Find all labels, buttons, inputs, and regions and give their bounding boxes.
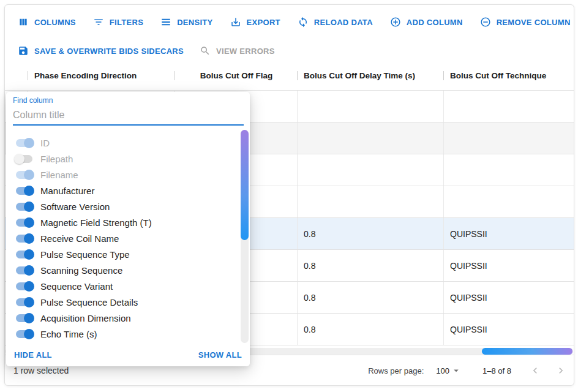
toggle-switch[interactable] (16, 235, 32, 243)
toggle-thumb (24, 329, 34, 339)
partial-column-header (5, 61, 28, 90)
column-toggle-list: IDFilepathFilenameManufacturerSoftware V… (6, 130, 241, 343)
page-range-text: 1–8 of 8 (482, 366, 511, 375)
panel-scrollbar-thumb[interactable] (241, 130, 249, 240)
toggle-thumb (24, 202, 34, 212)
grid-cell[interactable] (444, 186, 574, 217)
column-search-input[interactable] (13, 107, 244, 126)
filters-button[interactable]: FILTERS (93, 17, 143, 28)
column-header-title: Phase Encoding Direction (34, 71, 137, 80)
column-toggle-label: Manufacturer (40, 186, 94, 196)
toggle-switch[interactable] (16, 187, 32, 195)
toggle-thumb (14, 154, 24, 164)
column-toggle-receive-coil-name[interactable]: Receive Coil Name (13, 230, 241, 246)
reload-icon (298, 17, 309, 28)
horizontal-scrollbar-thumb[interactable] (482, 348, 572, 355)
grid-cell[interactable]: 0.8 (298, 250, 444, 281)
reload-data-button[interactable]: RELOAD DATA (298, 17, 373, 28)
column-toggle-scanning-sequence[interactable]: Scanning Sequence (13, 262, 241, 278)
add-column-button[interactable]: ADD COLUMN (390, 17, 463, 28)
grid-cell[interactable]: QUIPSSII (444, 218, 574, 249)
remove-column-button[interactable]: REMOVE COLUMN (480, 17, 571, 28)
column-toggle-label: Magnetic Field Strength (T) (40, 217, 152, 228)
toggle-switch[interactable] (16, 251, 32, 258)
toggle-switch[interactable] (16, 266, 32, 274)
column-toggle-pulse-sequence-type[interactable]: Pulse Sequence Type (13, 246, 241, 262)
toggle-switch[interactable] (16, 298, 32, 306)
grid-cell[interactable]: 0.8 (298, 218, 444, 249)
toggle-switch[interactable] (16, 314, 32, 322)
chevron-left-icon (529, 364, 541, 377)
columns-panel-footer: HIDE ALL SHOW ALL (6, 343, 250, 366)
next-page-button[interactable] (552, 361, 570, 380)
grid-cell[interactable] (298, 154, 444, 186)
save-icon (18, 45, 29, 56)
toggle-switch[interactable] (16, 282, 32, 290)
column-header-2[interactable]: Bolus Cut Off Flag (175, 61, 298, 90)
column-toggle-label: Pulse Sequence Details (40, 297, 138, 307)
density-button[interactable]: DENSITY (160, 17, 212, 28)
selected-rows-status: 1 row selected (13, 366, 69, 375)
previous-page-button[interactable] (526, 361, 544, 380)
toolbar-button-label: REMOVE COLUMN (497, 18, 571, 27)
column-header-1[interactable]: Phase Encoding Direction (28, 61, 175, 90)
column-toggle-pulse-sequence-details[interactable]: Pulse Sequence Details (13, 294, 241, 310)
toggle-thumb (24, 217, 34, 228)
grid-cell[interactable] (298, 91, 444, 122)
column-toggle-label: Filename (40, 170, 78, 180)
grid-cell[interactable]: 0.8 (298, 282, 444, 313)
save-overwrite-bids-sidecars-button[interactable]: SAVE & OVERWRITE BIDS SIDECARS (18, 45, 184, 56)
toggle-switch[interactable] (16, 219, 32, 227)
grid-cell[interactable] (298, 123, 444, 154)
toggle-switch[interactable] (16, 203, 32, 211)
toggle-thumb (24, 313, 34, 323)
column-toggle-sequence-variant[interactable]: Sequence Variant (13, 278, 241, 294)
column-header-4[interactable]: Bolus Cut Off Technique (444, 61, 574, 90)
grid-cell[interactable] (444, 91, 574, 122)
grid-cell[interactable] (298, 186, 444, 217)
column-toggle-label: ID (40, 138, 50, 148)
toolbar-button-label: VIEW ERRORS (216, 47, 275, 56)
column-header-row: Phase Encoding DirectionBolus Cut Off Fl… (5, 61, 574, 91)
grid-cell[interactable] (444, 123, 574, 154)
grid-cell[interactable] (444, 154, 574, 186)
grid-cell[interactable]: QUIPSSII (444, 282, 574, 313)
toolbar-button-label: DENSITY (177, 18, 212, 27)
show-all-button[interactable]: SHOW ALL (198, 350, 242, 360)
grid-cell[interactable]: QUIPSSII (444, 250, 574, 281)
rows-per-page-value: 100 (436, 366, 449, 375)
add-circle-icon (390, 17, 401, 28)
rows-per-page-select[interactable]: 100 (436, 365, 462, 376)
toolbar-button-label: ADD COLUMN (407, 18, 463, 27)
search-off-icon (200, 45, 211, 56)
hide-all-button[interactable]: HIDE ALL (14, 350, 52, 360)
column-toggle-label: Receive Coil Name (40, 233, 119, 244)
toggle-switch[interactable] (16, 330, 32, 338)
toggle-thumb (24, 265, 34, 276)
grid-cell[interactable]: QUIPSSII (444, 314, 574, 345)
column-toggle-label: Echo Time (s) (40, 329, 97, 339)
toggle-thumb (24, 281, 34, 292)
column-toggle-echo-time-s[interactable]: Echo Time (s) (13, 326, 241, 342)
column-header-3[interactable]: Bolus Cut Off Delay Time (s) (298, 61, 444, 90)
column-toggle-manufacturer[interactable]: Manufacturer (13, 183, 241, 198)
rows-per-page-label: Rows per page: (368, 366, 424, 375)
toggle-thumb (24, 249, 34, 260)
view-errors-button[interactable]: VIEW ERRORS (200, 45, 275, 56)
export-button[interactable]: EXPORT (230, 17, 280, 28)
grid-cell[interactable]: 0.8 (298, 314, 444, 345)
column-toggle-label: Pulse Sequence Type (40, 249, 130, 260)
column-toggle-acquisition-dimension[interactable]: Acquisition Dimension (13, 310, 241, 326)
column-toggle-filename: Filename (13, 167, 241, 183)
pagination: Rows per page: 100 1–8 of 8 (368, 361, 570, 380)
column-toggle-id: ID (13, 135, 241, 151)
column-toggle-magnetic-field-strength-t[interactable]: Magnetic Field Strength (T) (13, 214, 241, 230)
find-column-label: Find column (13, 97, 244, 105)
column-header-title: Bolus Cut Off Delay Time (s) (304, 71, 415, 80)
columns-button[interactable]: COLUMNS (18, 17, 76, 28)
column-toggle-software-version[interactable]: Software Version (13, 198, 241, 214)
column-toggle-label: Software Version (40, 202, 110, 212)
density-icon (160, 17, 171, 28)
columns-panel: Find column IDFilepathFilenameManufactur… (6, 92, 250, 366)
remove-circle-icon (480, 17, 491, 28)
